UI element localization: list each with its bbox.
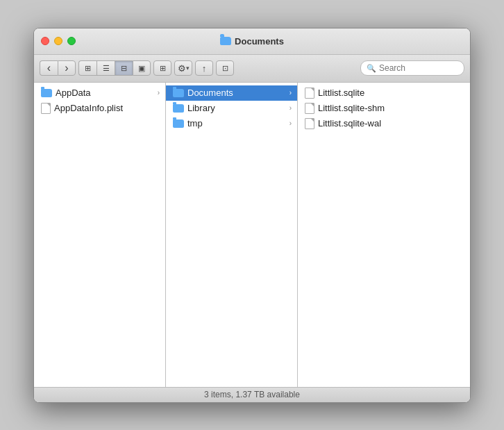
list-item[interactable]: Library › [166,101,297,116]
statusbar: 3 items, 1.37 TB available [34,387,470,402]
item-label: AppData [56,88,91,98]
gear-icon [178,63,186,74]
finder-window: Documents ⊞ ☰ ⊟ ▣ ⊞ [33,28,471,403]
list-item[interactable]: AppData › [34,85,165,101]
title-folder-icon [220,37,231,45]
arrange-button[interactable]: ⊞ [153,60,171,76]
file-icon [41,103,51,114]
columns-area: AppData › AppDataInfo.plist Documents › … [34,83,470,387]
close-button[interactable] [41,37,49,45]
view-group: ⊞ ☰ ⊟ ▣ [78,60,151,76]
minimize-button[interactable] [54,37,62,45]
forward-button[interactable] [58,60,76,76]
list-item[interactable]: tmp › [166,116,297,131]
share-button[interactable] [195,60,213,76]
search-input[interactable] [379,63,458,73]
db-file-icon [305,88,314,99]
column-1: AppData › AppDataInfo.plist [34,83,166,387]
column-icon: ⊟ [121,64,127,73]
item-label: tmp [187,118,203,129]
item-label: Littlist.sqlite-shm [318,103,385,113]
db-file-icon [305,103,314,114]
window-title: Documents [235,36,284,47]
list-item[interactable]: Littlist.sqlite [298,85,470,101]
window-title-group: Documents [220,36,284,47]
column-view-button[interactable]: ⊟ [115,60,133,76]
item-label: Littlist.sqlite-wal [318,118,381,129]
list-item[interactable]: Littlist.sqlite-wal [298,116,470,131]
item-label: AppDataInfo.plist [54,103,123,113]
back-icon [47,62,51,74]
action-chevron: ▾ [186,65,190,72]
action-button[interactable]: ▾ [174,60,192,76]
icon-grid-icon: ⊞ [85,64,91,73]
status-text: 3 items, 1.37 TB available [204,390,300,399]
column-3: Littlist.sqlite Littlist.sqlite-shm Litt… [298,83,470,387]
arrange-icon: ⊞ [160,64,166,73]
chevron-right-icon: › [289,104,292,112]
tag-button[interactable]: ⊡ [216,60,234,76]
folder-icon [173,89,184,97]
db-file-icon [305,118,314,129]
folder-icon [173,119,184,128]
maximize-button[interactable] [67,37,76,45]
chevron-right-icon: › [289,119,292,127]
toolbar: ⊞ ☰ ⊟ ▣ ⊞ ▾ ⊡ 🔍 [34,55,470,83]
nav-group [40,60,76,76]
folder-icon [173,104,184,113]
list-icon: ☰ [103,64,110,73]
folder-icon [41,89,52,97]
forward-icon [65,62,68,74]
list-view-button[interactable]: ☰ [96,60,115,76]
item-label: Documents [187,88,233,98]
back-button[interactable] [40,60,58,76]
chevron-right-icon: › [289,89,292,97]
list-item[interactable]: Documents › [166,85,297,101]
icon-view-button[interactable]: ⊞ [78,60,96,76]
titlebar: Documents [34,28,470,55]
search-icon: 🔍 [367,64,376,73]
cover-view-button[interactable]: ▣ [133,60,151,76]
chevron-right-icon: › [158,89,160,97]
share-icon [202,63,207,74]
list-item[interactable]: Littlist.sqlite-shm [298,101,470,116]
item-label: Littlist.sqlite [318,88,364,98]
cover-icon: ▣ [138,64,145,73]
column-2: Documents › Library › tmp › [166,83,298,387]
search-box[interactable]: 🔍 [360,60,464,76]
tag-icon: ⊡ [222,64,228,73]
list-item[interactable]: AppDataInfo.plist [34,101,165,116]
traffic-lights [41,37,76,45]
item-label: Library [187,103,215,113]
